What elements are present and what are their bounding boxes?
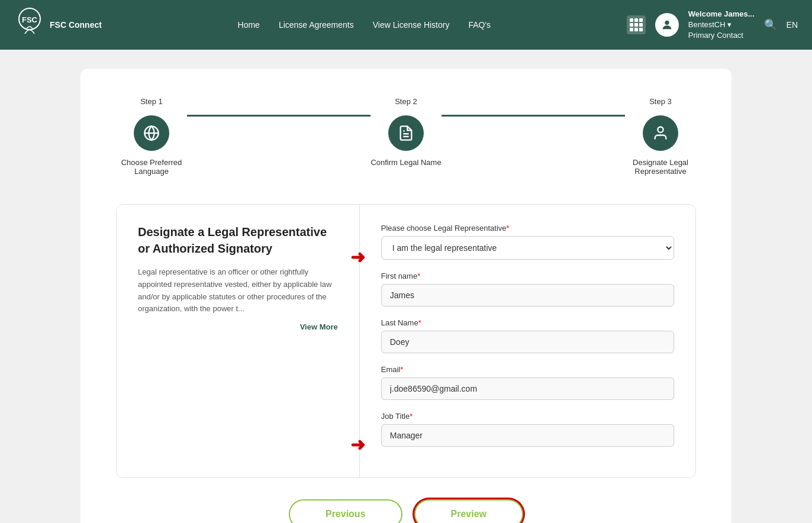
- step-connector-2: [442, 115, 625, 117]
- svg-point-7: [658, 127, 663, 133]
- select-label: Please choose Legal Representative*: [381, 224, 674, 233]
- user-role: Primary Contact: [688, 30, 755, 41]
- previous-button[interactable]: Previous: [289, 499, 402, 523]
- step-1-label: Choose Preferred Language: [116, 158, 187, 176]
- form-section: Designate a Legal Representative or Auth…: [116, 204, 696, 478]
- step-3: Step 3 Designate Legal Representative: [625, 97, 696, 176]
- nav-logo[interactable]: FSC FSC Connect: [14, 7, 102, 43]
- step-2-label: Confirm Legal Name: [370, 158, 441, 167]
- view-more-link[interactable]: View More: [138, 322, 338, 331]
- step-connector-1: [187, 115, 370, 117]
- step-2-number: Step 2: [395, 97, 417, 106]
- step-1-icon: [134, 115, 169, 151]
- username: BentestCH ▾: [688, 20, 755, 30]
- main-content: Step 1 Choose Preferred Language Step 2: [0, 50, 812, 523]
- job-title-input[interactable]: [381, 424, 674, 447]
- nav-links: Home License Agreements View License His…: [114, 20, 615, 30]
- step-2: Step 2 Confirm Legal Name: [370, 97, 441, 167]
- email-group: Email*: [381, 365, 674, 400]
- svg-text:FSC: FSC: [22, 15, 38, 24]
- nav-brand-name: FSC Connect: [50, 20, 102, 30]
- svg-point-2: [665, 21, 669, 25]
- user-greeting: Welcome James...: [688, 9, 755, 20]
- main-card: Step 1 Choose Preferred Language Step 2: [80, 69, 732, 523]
- avatar[interactable]: [655, 13, 679, 37]
- first-name-input[interactable]: [381, 284, 674, 306]
- step-1: Step 1 Choose Preferred Language: [116, 97, 187, 176]
- email-label: Email*: [381, 365, 674, 374]
- nav-right: Welcome James... BentestCH ▾ Primary Con…: [627, 9, 798, 41]
- grid-icon[interactable]: [627, 15, 646, 34]
- button-row: Previous Preview: [116, 499, 696, 523]
- legal-rep-select[interactable]: I am the legal representativeDesignate s…: [381, 236, 674, 260]
- nav-faqs[interactable]: FAQ's: [468, 20, 491, 30]
- search-icon[interactable]: 🔍: [764, 18, 777, 31]
- main-nav: FSC FSC Connect Home License Agreements …: [0, 0, 812, 50]
- step-3-number: Step 3: [649, 97, 672, 106]
- user-info: Welcome James... BentestCH ▾ Primary Con…: [688, 9, 755, 41]
- preview-button[interactable]: Preview: [414, 499, 523, 523]
- nav-license-agreements[interactable]: License Agreements: [279, 20, 354, 30]
- last-name-input[interactable]: [381, 331, 674, 353]
- step-2-icon: [388, 115, 424, 151]
- email-input[interactable]: [381, 377, 674, 400]
- step-3-label: Designate Legal Representative: [625, 158, 696, 176]
- first-name-label: First name*: [381, 272, 674, 280]
- form-description: Legal representative is an officer or ot…: [138, 266, 338, 315]
- step-1-number: Step 1: [140, 97, 163, 106]
- stepper: Step 1 Choose Preferred Language Step 2: [116, 97, 696, 176]
- nav-home[interactable]: Home: [238, 20, 260, 30]
- form-right-panel: Please choose Legal Representative* ➜ I …: [360, 205, 695, 477]
- step-3-icon: [643, 115, 678, 151]
- form-left-panel: Designate a Legal Representative or Auth…: [117, 205, 360, 477]
- last-name-label: Last Name*: [381, 318, 674, 327]
- form-heading: Designate a Legal Representative or Auth…: [138, 224, 338, 257]
- arrow-select: ➜: [350, 247, 365, 267]
- language-selector[interactable]: EN: [787, 20, 798, 30]
- legal-rep-group: Please choose Legal Representative* ➜ I …: [381, 224, 674, 260]
- job-title-label: Job Title*: [381, 412, 674, 421]
- last-name-group: Last Name*: [381, 318, 674, 353]
- arrow-job-title: ➜: [350, 434, 365, 455]
- nav-view-license-history[interactable]: View License History: [373, 20, 450, 30]
- job-title-group: Job Title* ➜: [381, 412, 674, 447]
- first-name-group: First name*: [381, 272, 674, 306]
